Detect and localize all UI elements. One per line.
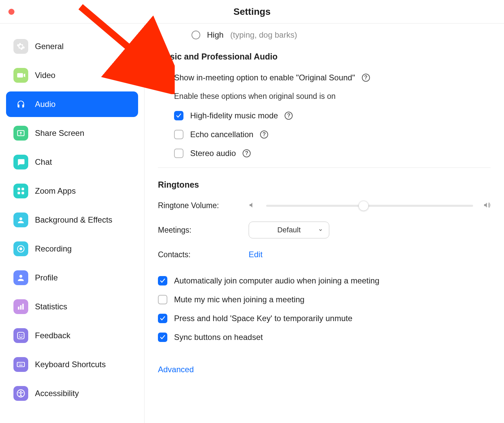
hifi-checkbox-row[interactable]: High-fidelity music mode ? — [174, 111, 491, 120]
settings-sidebar: GeneralVideoAudioShare ScreenChatZoom Ap… — [0, 24, 144, 423]
svg-rect-9 — [18, 307, 19, 310]
bg-icon — [13, 213, 28, 227]
contacts-edit-link[interactable]: Edit — [249, 250, 262, 259]
echo-checkbox-row[interactable]: Echo cancellation ? — [174, 130, 491, 139]
checkbox-unchecked-icon — [174, 149, 183, 158]
share-icon — [13, 126, 28, 141]
noise-high-option[interactable]: High (typing, dog barks) — [192, 30, 491, 40]
auto-join-label: Automatically join computer audio when j… — [174, 276, 379, 285]
svg-point-13 — [19, 334, 20, 335]
window-title: Settings — [0, 6, 504, 17]
sidebar-label: Audio — [35, 100, 55, 109]
sidebar-label: Recording — [35, 244, 72, 254]
help-icon[interactable]: ? — [362, 74, 370, 82]
settings-window: Settings GeneralVideoAudioShare ScreenCh… — [0, 0, 504, 423]
profile-icon — [13, 270, 28, 285]
apps-icon — [13, 184, 28, 198]
headphones-icon — [13, 97, 28, 112]
contacts-ringtone-row: Contacts: Edit — [158, 250, 491, 259]
original-sound-checkbox-row[interactable]: Show in-meeting option to enable "Origin… — [158, 73, 491, 82]
advanced-link[interactable]: Advanced — [158, 365, 194, 374]
svg-point-21 — [20, 391, 22, 392]
music-section-title: Music and Professional Audio — [158, 52, 491, 62]
mute-mic-label: Mute my mic when joining a meeting — [174, 295, 304, 304]
checkbox-unchecked-icon — [174, 130, 183, 139]
sidebar-item-audio[interactable]: Audio — [6, 91, 138, 117]
sidebar-item-recording[interactable]: Recording — [6, 236, 138, 262]
chat-icon — [13, 155, 28, 169]
sidebar-item-chat[interactable]: Chat — [6, 149, 138, 175]
gear-icon — [13, 39, 28, 54]
svg-rect-11 — [22, 304, 24, 309]
checkbox-checked-icon — [158, 73, 167, 82]
sidebar-label: General — [35, 42, 64, 51]
volume-high-icon — [483, 201, 491, 210]
svg-rect-19 — [19, 365, 23, 366]
sidebar-label: Video — [35, 71, 55, 80]
radio-icon — [192, 31, 200, 39]
help-icon[interactable]: ? — [243, 149, 251, 157]
meetings-ringtone-row: Meetings: Default — [158, 222, 491, 238]
meetings-ringtone-value: Default — [277, 226, 301, 234]
rec-icon — [13, 241, 28, 256]
close-window-button[interactable] — [8, 9, 14, 15]
chevron-down-icon — [318, 226, 323, 234]
sidebar-item-video[interactable]: Video — [6, 63, 138, 88]
mute-mic-checkbox-row[interactable]: Mute my mic when joining a meeting — [158, 295, 491, 304]
checkbox-unchecked-icon — [158, 295, 167, 304]
keyboard-icon — [13, 357, 28, 372]
sidebar-label: Chat — [35, 157, 52, 167]
sidebar-item-profile[interactable]: Profile — [6, 265, 138, 291]
help-icon[interactable]: ? — [260, 130, 268, 139]
svg-point-17 — [20, 363, 21, 364]
help-icon[interactable]: ? — [285, 112, 293, 120]
sidebar-item-general[interactable]: General — [6, 34, 138, 59]
svg-point-16 — [19, 363, 19, 364]
ringtone-volume-slider[interactable] — [266, 205, 473, 207]
meetings-ringtone-dropdown[interactable]: Default — [249, 222, 329, 238]
sidebar-label: Statistics — [35, 302, 67, 311]
auto-join-checkbox-row[interactable]: Automatically join computer audio when j… — [158, 276, 491, 285]
ringtone-volume-row: Ringtone Volume: — [158, 201, 491, 210]
enable-options-desc: Enable these options when original sound… — [174, 92, 491, 101]
sidebar-label: Share Screen — [35, 128, 84, 138]
sidebar-item-background-effects[interactable]: Background & Effects — [6, 207, 138, 233]
sidebar-item-zoom-apps[interactable]: Zoom Apps — [6, 178, 138, 204]
feedback-icon — [13, 328, 28, 343]
sidebar-item-statistics[interactable]: Statistics — [6, 294, 138, 319]
sidebar-item-feedback[interactable]: Feedback — [6, 323, 138, 348]
sidebar-label: Accessibility — [35, 389, 79, 398]
space-key-label: Press and hold 'Space Key' to temporaril… — [174, 314, 352, 323]
sidebar-item-accessibility[interactable]: Accessibility — [6, 381, 138, 406]
checkbox-checked-icon — [158, 314, 167, 323]
divider — [158, 167, 491, 168]
svg-point-7 — [19, 247, 23, 251]
svg-rect-12 — [17, 332, 24, 339]
original-sound-label: Show in-meeting option to enable "Origin… — [174, 73, 355, 82]
sync-headset-checkbox-row[interactable]: Sync buttons on headset — [158, 333, 491, 342]
sidebar-item-keyboard-shortcuts[interactable]: Keyboard Shortcuts — [6, 352, 138, 377]
stereo-checkbox-row[interactable]: Stereo audio ? — [174, 149, 491, 158]
svg-point-5 — [19, 217, 23, 220]
space-key-checkbox-row[interactable]: Press and hold 'Space Key' to temporaril… — [158, 314, 491, 323]
settings-content: High (typing, dog barks) Music and Profe… — [144, 24, 504, 423]
svg-rect-10 — [20, 305, 22, 310]
ringtone-volume-label: Ringtone Volume: — [158, 201, 239, 210]
sidebar-label: Zoom Apps — [35, 186, 76, 196]
sync-headset-label: Sync buttons on headset — [174, 333, 263, 342]
svg-rect-4 — [22, 192, 24, 194]
volume-low-icon — [249, 201, 256, 210]
hifi-label: High-fidelity music mode — [190, 111, 278, 120]
titlebar: Settings — [0, 0, 504, 24]
svg-point-18 — [22, 363, 22, 364]
noise-high-label: High — [207, 30, 223, 40]
noise-high-hint: (typing, dog barks) — [230, 30, 297, 40]
svg-rect-3 — [17, 192, 20, 194]
sidebar-label: Keyboard Shortcuts — [35, 360, 106, 369]
sidebar-label: Background & Effects — [35, 215, 112, 225]
checkbox-checked-icon — [174, 111, 183, 120]
stereo-label: Stereo audio — [190, 149, 236, 158]
svg-rect-1 — [17, 188, 20, 190]
svg-point-8 — [19, 275, 23, 278]
sidebar-item-share-screen[interactable]: Share Screen — [6, 120, 138, 146]
